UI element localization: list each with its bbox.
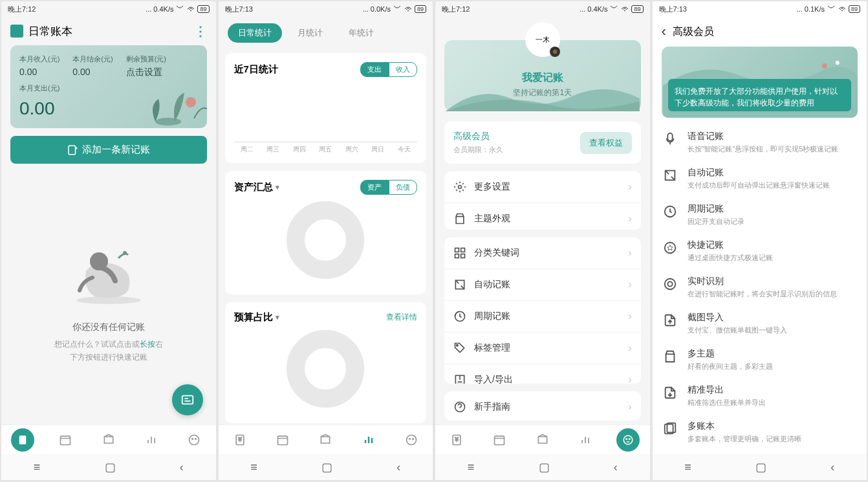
menu-item-周期记账[interactable]: 周期记账› <box>444 300 641 332</box>
plants-decoration <box>136 86 207 128</box>
pill-expense[interactable]: 支出 <box>360 62 389 77</box>
screen-home: 晚上7:12 ...0.4K/s 89 日常账本 ⋮ 本月收入(元) 0.00 … <box>1 1 216 480</box>
svg-point-28 <box>457 345 459 347</box>
feature-icon <box>662 312 678 329</box>
svg-point-38 <box>821 63 827 69</box>
svg-point-2 <box>186 97 196 107</box>
menu-item-标签管理[interactable]: 标签管理› <box>444 332 641 364</box>
avatar[interactable]: 一木 ♔ <box>525 22 560 57</box>
nav-wallet[interactable] <box>97 428 120 452</box>
asset-summary-card: 资产汇总▾ 资产 负债 <box>225 171 427 294</box>
menu-item-主题外观[interactable]: 主题外观› <box>444 203 641 230</box>
profile-hero: 一木 ♔ 我爱记账 坚持记账的第1天 <box>444 40 641 111</box>
sys-back[interactable]: ‹ <box>180 461 184 474</box>
chevron-right-icon: › <box>628 247 631 259</box>
status-time: 晚上7:12 <box>8 5 36 14</box>
nav-calendar[interactable] <box>488 428 511 452</box>
svg-point-12 <box>195 438 197 439</box>
nav-profile[interactable] <box>182 428 206 452</box>
menu-icon <box>453 310 466 323</box>
add-record-button[interactable]: 添加一条新记账 <box>10 136 207 164</box>
svg-point-21 <box>459 186 462 189</box>
pill-asset[interactable]: 资产 <box>360 180 389 195</box>
nav-profile[interactable] <box>616 428 640 452</box>
nav-home[interactable]: ¥ <box>445 428 468 452</box>
feature-多主题[interactable]: 多主题好看的夜间主题，多彩主题 <box>662 342 858 378</box>
feature-精准导出[interactable]: 精准导出精准筛选任意账单并导出 <box>662 378 858 414</box>
chevron-right-icon: › <box>628 342 631 354</box>
vip-banner: 我们免费开放了大部分功能供用户使用，针对以下少数高级功能，我们将收取少量的费用 <box>662 47 858 118</box>
nav-home[interactable]: ¥ <box>228 428 252 452</box>
svg-point-43 <box>664 279 675 290</box>
feature-实时识别[interactable]: 实时识别在进行智能记账时，将会实时显示识别后的信息 <box>662 269 858 305</box>
view-detail-link[interactable]: 查看详情 <box>386 312 417 323</box>
nav-wallet[interactable] <box>314 428 337 452</box>
chevron-right-icon: › <box>628 311 631 322</box>
notice-text: 我们免费开放了大部分功能供用户使用，针对以下少数高级功能，我们将收取少量的费用 <box>668 79 852 111</box>
ledger-title[interactable]: 日常账本 <box>28 24 189 39</box>
page-title: 高级会员 <box>673 25 714 39</box>
menu-item-新手指南[interactable]: 新手指南› <box>444 391 641 421</box>
nav-stats[interactable] <box>357 428 380 452</box>
quick-record-fab[interactable] <box>172 384 203 415</box>
svg-point-17 <box>406 435 416 444</box>
svg-rect-24 <box>455 254 459 258</box>
view-benefits-button[interactable]: 查看权益 <box>580 132 632 154</box>
pill-income[interactable]: 收入 <box>389 62 417 77</box>
back-button[interactable]: ‹ <box>662 23 666 40</box>
chevron-right-icon: › <box>628 401 631 413</box>
status-bar: 晚上7:13 ...0.0K/s 89 <box>219 1 433 17</box>
sys-recent[interactable]: ≡ <box>34 461 41 474</box>
svg-point-37 <box>841 10 842 11</box>
feature-语音记账[interactable]: 语音记账长按"智能记账"悬浮按钮，即可实现5秒极速记账 <box>662 124 858 160</box>
chevron-right-icon: › <box>628 279 631 290</box>
nav-calendar[interactable] <box>54 428 77 452</box>
nav-profile[interactable] <box>400 428 423 452</box>
pill-debt[interactable]: 负债 <box>389 180 417 195</box>
menu-item-自动记账[interactable]: 自动记账› <box>444 268 641 300</box>
feature-快捷记账[interactable]: 快捷记账通过桌面快捷方式极速记账 <box>662 233 858 269</box>
feature-多账本[interactable]: 多账本多套账本，管理更明确，记账更清晰 <box>662 414 858 450</box>
nav-wallet[interactable] <box>531 428 554 452</box>
more-menu-icon[interactable]: ⋮ <box>194 23 207 39</box>
feature-icon <box>662 421 678 437</box>
chevron-right-icon: › <box>628 374 631 384</box>
seven-day-card: 近7日统计 支出 收入 周二周三周四周五周六周日今天 <box>225 53 427 163</box>
menu-icon <box>453 400 466 413</box>
svg-point-18 <box>409 438 410 439</box>
svg-point-20 <box>625 10 625 11</box>
sys-home[interactable]: ▢ <box>105 460 116 474</box>
summary-card[interactable]: 本月收入(元) 0.00 本月结余(元) 0.00 剩余预算(元) 点击设置 本… <box>10 45 207 128</box>
feature-截图导入[interactable]: 截图导入支付宝、微信账单截图一键导入 <box>662 305 858 342</box>
menu-icon <box>453 278 466 291</box>
svg-point-13 <box>407 10 408 11</box>
tab-daily-stats[interactable]: 日常统计 <box>228 23 282 43</box>
nav-calendar[interactable] <box>271 428 294 452</box>
svg-point-19 <box>412 438 413 439</box>
menu-item-更多设置[interactable]: 更多设置› <box>444 171 641 203</box>
menu-item-导入/导出[interactable]: 导入/导出› <box>444 364 641 384</box>
svg-point-39 <box>835 61 839 65</box>
screen-vip-features: 晚上7:13 ...0.1K/s 89 ‹ 高级会员 我们免费开放了大部分功能供… <box>653 1 867 480</box>
nav-home[interactable] <box>11 428 34 452</box>
feature-自动记账[interactable]: 自动记账支付成功后即可自动弹出记账悬浮窗快速记账 <box>662 160 858 197</box>
feature-icon <box>662 203 678 220</box>
nav-stats[interactable] <box>574 428 597 452</box>
svg-rect-3 <box>69 146 76 155</box>
nav-stats[interactable] <box>140 428 163 452</box>
book-icon <box>10 25 23 38</box>
feature-周期记账[interactable]: 周期记账固定开支自动记录 <box>662 197 858 233</box>
tab-monthly-stats[interactable]: 月统计 <box>287 23 333 43</box>
svg-point-34 <box>624 435 633 444</box>
chevron-right-icon: › <box>628 181 631 193</box>
feature-icon <box>662 239 678 256</box>
tab-yearly-stats[interactable]: 年统计 <box>338 23 384 43</box>
vip-badge-icon: ♔ <box>550 47 560 57</box>
feature-icon <box>662 384 678 401</box>
svg-point-1 <box>155 118 181 126</box>
menu-icon <box>453 181 466 193</box>
vip-card[interactable]: 高级会员 会员期限：永久 查看权益 <box>444 122 641 164</box>
chevron-right-icon: › <box>628 213 631 225</box>
feature-icon <box>662 167 678 184</box>
menu-item-分类关键词[interactable]: 分类关键词› <box>444 237 641 268</box>
